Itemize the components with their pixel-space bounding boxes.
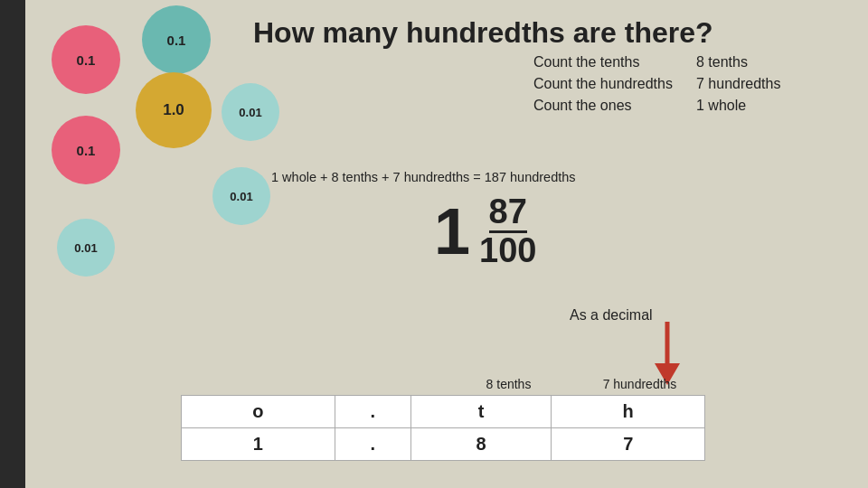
table-header-row: o . t h: [182, 396, 705, 428]
hundredths-value: 7 hundredths: [696, 76, 780, 92]
tenths-row: Count the tenths 8 tenths: [533, 54, 859, 70]
top-label-empty-2: [312, 377, 443, 391]
value-8: 8: [410, 428, 552, 461]
hundredths-row: Count the hundredths 7 hundredths: [533, 76, 859, 92]
circle-0-01-teal-3: 0.01: [57, 219, 115, 277]
value-1: 1: [182, 428, 335, 461]
table-value-row: 1 . 8 7: [182, 428, 705, 461]
circle-0-1-teal: 0.1: [142, 5, 211, 74]
numerator: 87: [489, 194, 527, 233]
circle-0-01-teal-2: 0.01: [212, 167, 270, 225]
circle-0-1-pink-2: 0.1: [52, 116, 120, 184]
denominator: 100: [479, 233, 536, 267]
header-dot: .: [335, 396, 410, 428]
as-decimal-label: As a decimal: [570, 307, 653, 324]
whole-number: 1: [434, 199, 470, 264]
equation: 1 whole + 8 tenths + 7 hundredths = 187 …: [271, 170, 576, 184]
top-label-7hundredths: 7 hundredths: [574, 377, 705, 391]
table-top-labels: 8 tenths 7 hundredths: [181, 377, 705, 391]
circle-0-01-teal-1: 0.01: [222, 83, 279, 141]
ones-label: Count the ones: [533, 98, 696, 114]
left-sidebar: [0, 0, 25, 488]
ones-row: Count the ones 1 whole: [533, 98, 859, 114]
value-dot: .: [335, 428, 410, 461]
page-title: How many hundredths are there?: [253, 16, 713, 50]
header-h: h: [552, 396, 705, 428]
circle-1-0-yellow: 1.0: [136, 72, 212, 148]
top-label-empty-1: [181, 377, 312, 391]
tenths-value: 8 tenths: [696, 54, 748, 70]
fraction: 87 100: [479, 194, 536, 267]
bottom-table: 8 tenths 7 hundredths o . t h 1 . 8 7: [181, 377, 705, 461]
fraction-display: 1 87 100: [434, 194, 536, 267]
value-7: 7: [552, 428, 705, 461]
top-label-8tenths: 8 tenths: [443, 377, 574, 391]
header-o: o: [182, 396, 335, 428]
info-panel: Count the tenths 8 tenths Count the hund…: [533, 54, 859, 119]
data-table: o . t h 1 . 8 7: [181, 395, 705, 461]
tenths-label: Count the tenths: [533, 54, 696, 70]
hundredths-label: Count the hundredths: [533, 76, 696, 92]
header-t: t: [410, 396, 552, 428]
ones-value: 1 whole: [696, 98, 746, 114]
circle-0-1-pink-1: 0.1: [52, 25, 120, 94]
